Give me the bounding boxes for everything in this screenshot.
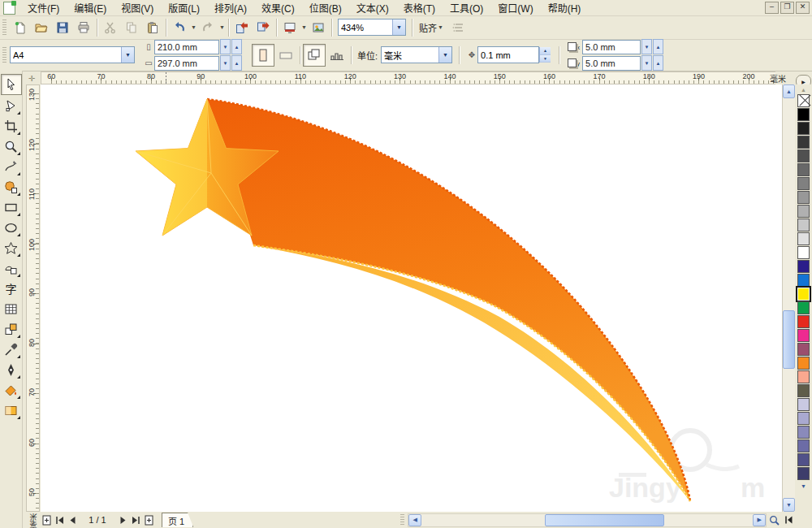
duplicate-x-field[interactable]: 5.0 mm (582, 40, 641, 54)
redo-button[interactable] (197, 17, 218, 38)
menu-item-11[interactable]: 窗口(W) (490, 0, 540, 16)
current-page-button[interactable] (326, 44, 348, 67)
save-button[interactable] (52, 17, 73, 38)
color-swatch[interactable] (797, 260, 810, 273)
units-combo[interactable]: ▼ (381, 46, 452, 63)
last-page-button[interactable] (129, 513, 142, 526)
menu-item-8[interactable]: 文本(X) (349, 0, 396, 16)
color-swatch[interactable] (797, 370, 810, 383)
duplicate-x-spinner[interactable]: ▼▲ (641, 39, 663, 54)
color-swatch[interactable] (797, 398, 810, 411)
height-spinner[interactable]: ▼▲ (219, 55, 242, 71)
zoom-tool[interactable] (2, 136, 21, 156)
basic-shapes-tool[interactable] (2, 258, 21, 278)
menu-item-7[interactable]: 位图(B) (302, 0, 349, 16)
page-tab[interactable]: 页 1 (162, 513, 193, 527)
zoom-level-input[interactable] (339, 23, 392, 32)
menu-item-1[interactable]: 文件(F) (20, 0, 67, 16)
interactive-fill-tool[interactable] (2, 400, 21, 420)
color-swatch[interactable] (797, 122, 810, 135)
menu-item-3[interactable]: 视图(V) (114, 0, 161, 16)
propbar-grip[interactable] (2, 47, 6, 63)
color-swatch[interactable] (797, 329, 810, 342)
menu-item-4[interactable]: 版面(L) (161, 0, 207, 16)
ellipse-tool[interactable] (2, 218, 21, 237)
menu-item-12[interactable]: 帮助(H) (541, 0, 589, 16)
chevron-down-icon[interactable]: ▼ (121, 47, 134, 63)
eyedropper-tool[interactable] (2, 340, 21, 359)
color-swatch[interactable] (797, 412, 810, 425)
color-swatch[interactable] (797, 149, 810, 162)
blend-tool[interactable] (2, 319, 21, 339)
text-tool[interactable]: 字 (2, 279, 21, 298)
toolbar-grip[interactable] (2, 19, 6, 36)
table-tool[interactable] (2, 299, 21, 318)
scrollbar-grip[interactable] (400, 514, 404, 526)
crop-tool[interactable] (2, 116, 21, 136)
portrait-button[interactable] (252, 44, 274, 67)
color-swatch[interactable] (797, 426, 810, 439)
scroll-down-icon[interactable]: ▼ (783, 498, 795, 512)
color-swatch[interactable] (797, 177, 810, 190)
landscape-button[interactable] (274, 44, 297, 67)
duplicate-y-field[interactable]: 5.0 mm (582, 56, 641, 71)
open-button[interactable] (31, 17, 52, 38)
menu-item-5[interactable]: 排列(A) (207, 0, 254, 16)
options-button[interactable] (448, 17, 469, 38)
copy-button[interactable] (121, 17, 142, 38)
color-swatch[interactable] (797, 274, 810, 287)
import-button[interactable] (231, 17, 253, 38)
print-button[interactable] (73, 17, 94, 38)
duplicate-y-spinner[interactable]: ▼▲ (641, 55, 663, 71)
color-swatch[interactable] (797, 384, 810, 397)
chevron-down-icon[interactable]: ▼ (190, 18, 197, 37)
first-page-button[interactable] (53, 513, 66, 526)
freehand-tool[interactable] (2, 157, 21, 176)
palette-expand-icon[interactable] (781, 513, 796, 526)
color-swatch[interactable] (797, 136, 810, 149)
next-page-button[interactable] (116, 513, 129, 526)
new-button[interactable] (10, 17, 31, 38)
application-launcher-button[interactable] (279, 17, 300, 38)
menu-item-6[interactable]: 效果(C) (254, 0, 302, 16)
previous-page-button[interactable] (66, 513, 79, 526)
navigator-icon[interactable] (767, 513, 781, 526)
comet-tail[interactable] (207, 99, 690, 501)
export-button[interactable] (253, 17, 274, 38)
page-width-field[interactable]: 210.0 mm (154, 40, 219, 54)
units-input[interactable] (382, 50, 438, 60)
restore-button[interactable]: ❐ (780, 2, 794, 14)
shape-tool[interactable] (2, 96, 21, 115)
drawing-canvas[interactable]: Jingy m (41, 84, 782, 512)
vertical-ruler[interactable]: 1301201101009080706050 (26, 84, 40, 512)
vertical-scrollbar[interactable]: ▲ ▼ (782, 84, 795, 512)
pick-tool[interactable] (1, 74, 22, 95)
fill-tool[interactable] (2, 380, 21, 400)
scroll-up-icon[interactable]: ▲ (783, 84, 795, 98)
add-page-start-button[interactable] (40, 513, 53, 526)
color-swatch[interactable] (797, 108, 810, 121)
no-color-swatch[interactable] (797, 94, 810, 107)
page-height-field[interactable]: 297.0 mm (154, 56, 219, 71)
width-spinner[interactable]: ▼▲ (219, 39, 242, 54)
nudge-input[interactable] (478, 50, 530, 60)
vertical-scroll-thumb[interactable] (783, 310, 795, 369)
horizontal-scroll-thumb[interactable] (545, 514, 664, 526)
chevron-down-icon[interactable]: ▼ (300, 18, 308, 37)
palette-scroll-down-icon[interactable]: ▼ (797, 481, 810, 491)
minimize-button[interactable]: – (765, 2, 779, 14)
cut-button[interactable] (100, 17, 121, 38)
nudge-offset-field[interactable] (477, 46, 539, 63)
color-swatch[interactable] (797, 219, 810, 232)
polygon-tool[interactable] (2, 238, 21, 258)
snap-to-dropdown[interactable]: 贴齐 ▼ (415, 18, 448, 37)
color-swatch[interactable] (797, 439, 810, 452)
rectangle-tool[interactable] (2, 197, 21, 217)
color-swatch[interactable] (797, 357, 810, 370)
menu-item-2[interactable]: 编辑(E) (67, 0, 114, 16)
color-swatch[interactable] (797, 453, 810, 466)
horizontal-ruler[interactable]: 6070809010011012013014015016017018019020… (41, 71, 775, 84)
palette-scroll-up-icon[interactable]: ▲ (797, 84, 810, 94)
all-pages-button[interactable] (303, 44, 326, 67)
close-button[interactable]: ✕ (796, 2, 810, 14)
